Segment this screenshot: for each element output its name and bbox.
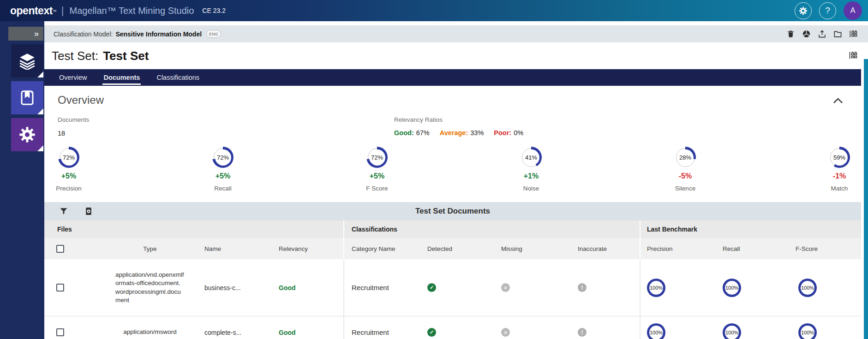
missing-cross-icon: ×: [501, 283, 510, 292]
silence-delta: -5%: [679, 172, 692, 180]
file-name: business-c...: [189, 259, 268, 316]
inaccurate-exclamation-icon: !: [578, 283, 587, 292]
documents-label: Documents: [58, 116, 89, 123]
page-title-label: Test Set:: [52, 49, 98, 63]
export-icon[interactable]: [818, 30, 826, 38]
help-button[interactable]: ?: [819, 2, 836, 19]
breadcrumb-actions: [786, 30, 858, 38]
missing-cross-icon: ×: [501, 328, 510, 337]
fscore-gauge: 72%: [366, 147, 388, 168]
recall-benchmark-gauge: 100%: [723, 279, 741, 297]
user-avatar[interactable]: A: [844, 1, 862, 20]
relevancy-poor: Poor:0%: [494, 129, 523, 137]
match-delta: -1%: [833, 172, 846, 180]
help-icon: ?: [825, 6, 830, 16]
group-classifications: Classifications: [344, 220, 640, 238]
overview-heading: Overview: [58, 94, 104, 107]
page-title-row: Test Set: Test Set: [44, 42, 868, 69]
group-last-benchmark: Last Benchmark: [641, 220, 861, 238]
recall-label: Recall: [214, 185, 232, 192]
tab-classifications[interactable]: Classifications: [148, 69, 208, 86]
metric-precision: 72% +5% Precision: [41, 147, 96, 192]
inaccurate-exclamation-icon: !: [578, 328, 587, 337]
noise-label: Noise: [523, 185, 539, 192]
col-detected: Detected: [420, 238, 496, 259]
fscore-benchmark-gauge: 100%: [798, 279, 817, 297]
column-settings-icon[interactable]: [849, 51, 858, 60]
detected-check-icon: ✓: [427, 328, 436, 337]
detected-check-icon: ✓: [427, 283, 436, 292]
column-settings-icon[interactable]: [849, 30, 858, 38]
relevancy-good: Good:67%: [394, 129, 430, 137]
row-checkbox[interactable]: [56, 284, 64, 291]
globe-icon[interactable]: [802, 30, 811, 38]
collapse-chevron-icon[interactable]: [833, 97, 843, 104]
row-checkbox[interactable]: [56, 328, 64, 336]
tab-bar: Overview Documents Classifications: [44, 69, 861, 86]
noise-gauge: 41%: [521, 147, 542, 168]
precision-label: Precision: [56, 185, 82, 192]
gear-icon: [798, 6, 808, 16]
silence-gauge: 28%: [675, 147, 696, 168]
book-icon: [19, 89, 36, 106]
breadcrumb-label: Classification Model:: [54, 30, 113, 38]
table-column-header: Type Name Relevancy Category Name Detect…: [44, 238, 861, 259]
folder-icon[interactable]: [833, 30, 842, 38]
precision-delta: +5%: [61, 172, 76, 180]
layers-icon: [18, 52, 36, 70]
relevancy-value: Good: [279, 329, 296, 336]
language-badge: ENG: [206, 30, 221, 38]
col-precision: Precision: [641, 238, 716, 259]
header-actions: ? A: [795, 0, 862, 21]
col-type: Type: [111, 238, 189, 259]
precision-benchmark-gauge: 100%: [647, 323, 665, 339]
page-title-value: Test Set: [103, 49, 149, 63]
trademark-symbol: ™: [53, 9, 57, 14]
relevancy-ratios-label: Relevancy Ratios: [394, 116, 443, 123]
sidebar: »: [0, 21, 44, 339]
settings-button[interactable]: [795, 2, 812, 19]
table-row[interactable]: application/msword complete-s... Good Re…: [44, 316, 861, 339]
breadcrumb: Classification Model: Sensitive Informat…: [44, 25, 868, 42]
trash-icon[interactable]: [786, 30, 795, 38]
col-fscore: F-Score: [792, 238, 861, 259]
product-name: Magellan™ Text Mining Studio: [70, 6, 194, 16]
fscore-label: F Score: [366, 185, 388, 192]
precision-gauge: 72%: [58, 147, 79, 168]
metric-recall: 72% +5% Recall: [195, 147, 251, 192]
category-name: Recruitment: [352, 328, 389, 336]
table-title: Test Set Documents: [44, 202, 861, 220]
opentext-logo: opentext: [10, 5, 53, 17]
tab-documents[interactable]: Documents: [95, 69, 148, 86]
file-type: application/msword: [123, 328, 177, 336]
sidebar-item-library[interactable]: [11, 81, 43, 114]
sidebar-item-settings[interactable]: [11, 118, 43, 151]
match-label: Match: [831, 185, 848, 192]
recall-delta: +5%: [216, 172, 230, 180]
vertical-scrollbar[interactable]: [864, 59, 868, 339]
expand-chevrons-icon: »: [34, 29, 39, 39]
app-header: opentext ™ | Magellan™ Text Mining Studi…: [0, 0, 868, 21]
tab-overview[interactable]: Overview: [51, 69, 95, 86]
metric-silence: 28% -5% Silence: [658, 147, 713, 192]
app-window: opentext ™ | Magellan™ Text Mining Studi…: [0, 0, 868, 339]
silence-label: Silence: [675, 185, 695, 192]
breadcrumb-model-name: Sensitive Information Model: [115, 30, 202, 38]
col-recall: Recall: [716, 238, 792, 259]
col-name: Name: [189, 238, 268, 259]
sidebar-expand-button[interactable]: »: [8, 27, 43, 41]
fscore-benchmark-gauge: 100%: [798, 323, 817, 339]
sidebar-item-models[interactable]: [11, 44, 43, 77]
col-inaccurate: Inaccurate: [572, 238, 640, 259]
version-label: CE 23.2: [202, 7, 226, 14]
file-name: complete-s...: [189, 316, 268, 339]
metric-fscore: 72% +5% F Score: [349, 147, 405, 192]
col-relevancy: Relevancy: [268, 238, 343, 259]
file-type: application/vnd.openxmlformats-officedoc…: [115, 271, 185, 304]
documents-count: 18: [58, 130, 65, 137]
metric-match: 59% -1% Match: [812, 147, 867, 192]
table-row[interactable]: application/vnd.openxmlformats-officedoc…: [44, 259, 861, 316]
select-all-checkbox[interactable]: [56, 245, 64, 253]
recall-benchmark-gauge: 100%: [723, 323, 741, 339]
relevancy-average: Average:33%: [440, 129, 484, 137]
